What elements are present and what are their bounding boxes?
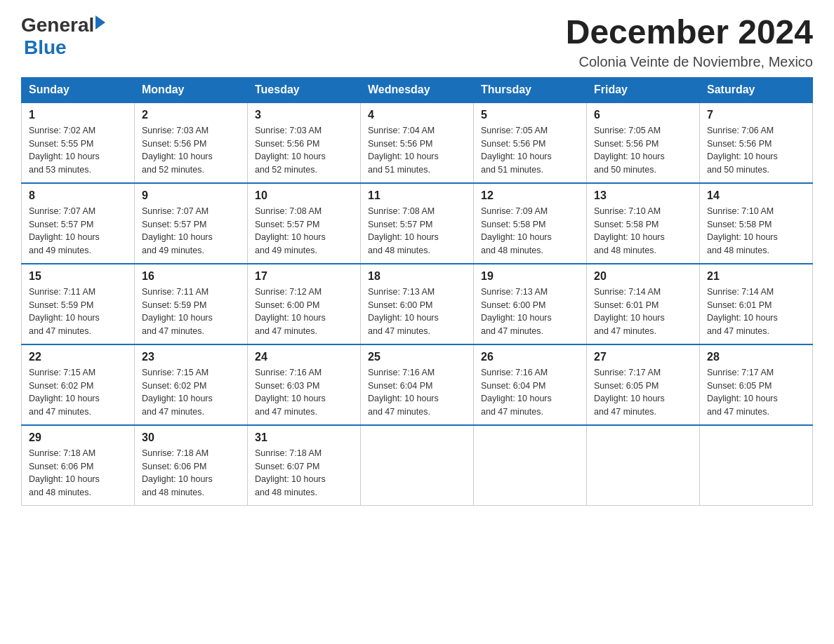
day-number: 11 (368, 189, 466, 202)
day-info: Sunrise: 7:13 AMSunset: 6:00 PMDaylight:… (481, 286, 579, 338)
calendar-day-cell: 20Sunrise: 7:14 AMSunset: 6:01 PMDayligh… (587, 264, 700, 344)
weekday-header-friday: Friday (587, 77, 700, 102)
calendar-day-cell: 21Sunrise: 7:14 AMSunset: 6:01 PMDayligh… (700, 264, 813, 344)
day-info: Sunrise: 7:11 AMSunset: 5:59 PMDaylight:… (142, 286, 240, 338)
calendar-day-cell: 6Sunrise: 7:05 AMSunset: 5:56 PMDaylight… (587, 102, 700, 183)
day-info: Sunrise: 7:10 AMSunset: 5:58 PMDaylight:… (594, 205, 692, 257)
day-number: 31 (255, 431, 353, 444)
calendar-week-row: 1Sunrise: 7:02 AMSunset: 5:55 PMDaylight… (22, 102, 813, 183)
day-number: 12 (481, 189, 579, 202)
day-info: Sunrise: 7:17 AMSunset: 6:05 PMDaylight:… (707, 366, 805, 419)
calendar-day-cell: 5Sunrise: 7:05 AMSunset: 5:56 PMDaylight… (474, 102, 587, 183)
day-info: Sunrise: 7:10 AMSunset: 5:58 PMDaylight:… (707, 205, 805, 257)
calendar-day-cell: 17Sunrise: 7:12 AMSunset: 6:00 PMDayligh… (248, 264, 361, 344)
day-number: 6 (594, 109, 692, 121)
day-number: 17 (255, 270, 353, 283)
day-info: Sunrise: 7:16 AMSunset: 6:04 PMDaylight:… (481, 366, 579, 419)
day-number: 3 (255, 109, 353, 121)
day-number: 8 (29, 189, 127, 202)
calendar-day-cell: 14Sunrise: 7:10 AMSunset: 5:58 PMDayligh… (700, 183, 813, 264)
calendar-day-cell: 31Sunrise: 7:18 AMSunset: 6:07 PMDayligh… (248, 425, 361, 506)
day-number: 7 (707, 109, 805, 121)
day-info: Sunrise: 7:07 AMSunset: 5:57 PMDaylight:… (142, 205, 240, 257)
calendar-day-cell: 29Sunrise: 7:18 AMSunset: 6:06 PMDayligh… (22, 425, 135, 506)
day-number: 9 (142, 189, 240, 202)
calendar-day-cell: 28Sunrise: 7:17 AMSunset: 6:05 PMDayligh… (700, 344, 813, 425)
logo: General Blue (21, 14, 105, 59)
day-info: Sunrise: 7:18 AMSunset: 6:07 PMDaylight:… (255, 447, 353, 499)
calendar-day-cell (700, 425, 813, 506)
day-number: 16 (142, 270, 240, 283)
day-number: 19 (481, 270, 579, 283)
day-info: Sunrise: 7:14 AMSunset: 6:01 PMDaylight:… (707, 286, 805, 338)
day-number: 13 (594, 189, 692, 202)
day-info: Sunrise: 7:08 AMSunset: 5:57 PMDaylight:… (255, 205, 353, 257)
day-number: 20 (594, 270, 692, 283)
calendar-day-cell: 7Sunrise: 7:06 AMSunset: 5:56 PMDaylight… (700, 102, 813, 183)
day-info: Sunrise: 7:11 AMSunset: 5:59 PMDaylight:… (29, 286, 127, 338)
day-number: 1 (29, 109, 127, 121)
calendar-day-cell: 22Sunrise: 7:15 AMSunset: 6:02 PMDayligh… (22, 344, 135, 425)
day-info: Sunrise: 7:05 AMSunset: 5:56 PMDaylight:… (594, 124, 692, 177)
calendar-day-cell: 2Sunrise: 7:03 AMSunset: 5:56 PMDaylight… (135, 102, 248, 183)
day-number: 18 (368, 270, 466, 283)
day-info: Sunrise: 7:07 AMSunset: 5:57 PMDaylight:… (29, 205, 127, 257)
day-number: 24 (255, 351, 353, 363)
day-info: Sunrise: 7:09 AMSunset: 5:58 PMDaylight:… (481, 205, 579, 257)
weekday-header-sunday: Sunday (22, 77, 135, 102)
logo-triangle-icon (95, 15, 105, 29)
day-info: Sunrise: 7:18 AMSunset: 6:06 PMDaylight:… (29, 447, 127, 499)
day-number: 21 (707, 270, 805, 283)
day-info: Sunrise: 7:15 AMSunset: 6:02 PMDaylight:… (142, 366, 240, 419)
day-number: 27 (594, 351, 692, 363)
logo-general: General (21, 14, 94, 36)
calendar-day-cell: 23Sunrise: 7:15 AMSunset: 6:02 PMDayligh… (135, 344, 248, 425)
calendar-week-row: 8Sunrise: 7:07 AMSunset: 5:57 PMDaylight… (22, 183, 813, 264)
weekday-header-thursday: Thursday (474, 77, 587, 102)
day-number: 30 (142, 431, 240, 444)
calendar-week-row: 29Sunrise: 7:18 AMSunset: 6:06 PMDayligh… (22, 425, 813, 506)
day-info: Sunrise: 7:04 AMSunset: 5:56 PMDaylight:… (368, 124, 466, 177)
calendar-day-cell: 8Sunrise: 7:07 AMSunset: 5:57 PMDaylight… (22, 183, 135, 264)
calendar-day-cell: 25Sunrise: 7:16 AMSunset: 6:04 PMDayligh… (361, 344, 474, 425)
calendar-day-cell: 15Sunrise: 7:11 AMSunset: 5:59 PMDayligh… (22, 264, 135, 344)
calendar-day-cell: 1Sunrise: 7:02 AMSunset: 5:55 PMDaylight… (22, 102, 135, 183)
day-number: 14 (707, 189, 805, 202)
calendar-day-cell: 30Sunrise: 7:18 AMSunset: 6:06 PMDayligh… (135, 425, 248, 506)
calendar-day-cell: 4Sunrise: 7:04 AMSunset: 5:56 PMDaylight… (361, 102, 474, 183)
calendar-day-cell (361, 425, 474, 506)
day-info: Sunrise: 7:14 AMSunset: 6:01 PMDaylight:… (594, 286, 692, 338)
day-number: 10 (255, 189, 353, 202)
page-header: General Blue December 2024 Colonia Veint… (21, 14, 813, 70)
calendar-day-cell: 10Sunrise: 7:08 AMSunset: 5:57 PMDayligh… (248, 183, 361, 264)
day-info: Sunrise: 7:08 AMSunset: 5:57 PMDaylight:… (368, 205, 466, 257)
calendar-day-cell: 3Sunrise: 7:03 AMSunset: 5:56 PMDaylight… (248, 102, 361, 183)
calendar-day-cell: 24Sunrise: 7:16 AMSunset: 6:03 PMDayligh… (248, 344, 361, 425)
day-info: Sunrise: 7:05 AMSunset: 5:56 PMDaylight:… (481, 124, 579, 177)
calendar-title: December 2024 (566, 14, 813, 51)
weekday-header-monday: Monday (135, 77, 248, 102)
day-info: Sunrise: 7:16 AMSunset: 6:04 PMDaylight:… (368, 366, 466, 419)
weekday-header-row: SundayMondayTuesdayWednesdayThursdayFrid… (22, 77, 813, 102)
title-section: December 2024 Colonia Veinte de Noviembr… (566, 14, 813, 70)
day-info: Sunrise: 7:03 AMSunset: 5:56 PMDaylight:… (142, 124, 240, 177)
day-info: Sunrise: 7:13 AMSunset: 6:00 PMDaylight:… (368, 286, 466, 338)
calendar-day-cell (587, 425, 700, 506)
calendar-week-row: 22Sunrise: 7:15 AMSunset: 6:02 PMDayligh… (22, 344, 813, 425)
day-info: Sunrise: 7:06 AMSunset: 5:56 PMDaylight:… (707, 124, 805, 177)
calendar-day-cell (474, 425, 587, 506)
calendar-subtitle: Colonia Veinte de Noviembre, Mexico (566, 54, 813, 70)
day-info: Sunrise: 7:02 AMSunset: 5:55 PMDaylight:… (29, 124, 127, 177)
weekday-header-tuesday: Tuesday (248, 77, 361, 102)
weekday-header-wednesday: Wednesday (361, 77, 474, 102)
calendar-table: SundayMondayTuesdayWednesdayThursdayFrid… (21, 77, 813, 506)
day-info: Sunrise: 7:03 AMSunset: 5:56 PMDaylight:… (255, 124, 353, 177)
day-number: 2 (142, 109, 240, 121)
calendar-day-cell: 27Sunrise: 7:17 AMSunset: 6:05 PMDayligh… (587, 344, 700, 425)
calendar-day-cell: 18Sunrise: 7:13 AMSunset: 6:00 PMDayligh… (361, 264, 474, 344)
calendar-day-cell: 12Sunrise: 7:09 AMSunset: 5:58 PMDayligh… (474, 183, 587, 264)
calendar-day-cell: 13Sunrise: 7:10 AMSunset: 5:58 PMDayligh… (587, 183, 700, 264)
day-info: Sunrise: 7:15 AMSunset: 6:02 PMDaylight:… (29, 366, 127, 419)
calendar-week-row: 15Sunrise: 7:11 AMSunset: 5:59 PMDayligh… (22, 264, 813, 344)
day-info: Sunrise: 7:17 AMSunset: 6:05 PMDaylight:… (594, 366, 692, 419)
